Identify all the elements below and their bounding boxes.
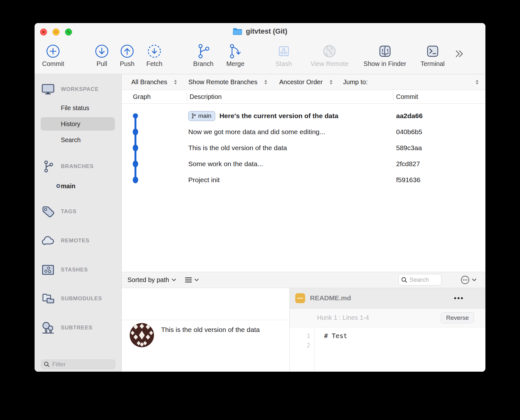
- show-in-finder-button[interactable]: Show in Finder: [363, 44, 406, 68]
- push-button[interactable]: Push: [119, 44, 135, 68]
- file-more-options-icon[interactable]: [454, 297, 463, 299]
- commit-message: Now we got more data and did some editin…: [188, 128, 325, 136]
- stash-button[interactable]: Stash: [275, 44, 292, 68]
- line-number: 2: [290, 342, 314, 349]
- push-icon: [119, 44, 135, 59]
- diff-file-header[interactable]: README.md: [290, 288, 485, 309]
- sidebar-item-file-status[interactable]: File status: [41, 101, 115, 115]
- branch-icon: [193, 44, 213, 59]
- chevron-down-icon[interactable]: [472, 279, 476, 281]
- commit-row[interactable]: Some work on the data... 2fcd827: [122, 156, 485, 172]
- merge-icon: [226, 44, 245, 59]
- branch-icon: [191, 113, 196, 119]
- sidebar-filter-input[interactable]: [41, 359, 115, 369]
- merge-button[interactable]: Merge: [226, 44, 245, 68]
- view-remote-button[interactable]: View Remote: [311, 44, 349, 68]
- file-panel-toolbar: Sorted by path: [122, 272, 485, 288]
- zoom-button[interactable]: [65, 28, 72, 36]
- pull-button[interactable]: Pull: [94, 44, 110, 68]
- branch-bullet-icon: [56, 184, 60, 188]
- sidebar-section-submodules[interactable]: SUBMODULES: [41, 292, 115, 306]
- finder-icon: [363, 44, 406, 59]
- history-filter-bar: All Branches Show Remote Branches Ancest…: [122, 74, 485, 90]
- filter-input[interactable]: [52, 361, 112, 368]
- double-chevron-right-icon: [455, 50, 464, 58]
- titlebar: gitvtest (Git): [35, 23, 485, 40]
- sidebar: WORKSPACE File status History Search BRA…: [35, 74, 122, 372]
- search-icon: [44, 361, 50, 367]
- file-list[interactable]: [122, 288, 289, 320]
- commit-row[interactable]: main Here's the current version of the d…: [122, 108, 485, 124]
- sort-dropdown[interactable]: Sorted by path: [127, 276, 169, 284]
- column-header-graph[interactable]: Graph: [122, 90, 187, 103]
- file-search-box[interactable]: [398, 274, 442, 286]
- commit-row[interactable]: This is the old version of the data 589c…: [122, 140, 485, 156]
- stash-box-icon: [41, 265, 55, 275]
- sidebar-section-branches[interactable]: BRANCHES: [41, 159, 115, 174]
- graph-node: [133, 161, 138, 167]
- column-header-commit[interactable]: Commit: [393, 90, 485, 103]
- commit-row[interactable]: Project init f591636: [122, 172, 485, 188]
- reverse-hunk-button[interactable]: Reverse: [441, 312, 474, 323]
- commit-button[interactable]: Commit: [42, 44, 64, 68]
- graph-node: [133, 177, 138, 183]
- more-options-icon[interactable]: [461, 276, 469, 284]
- monitor-icon: [41, 84, 55, 95]
- fetch-icon: [146, 44, 162, 59]
- sidebar-item-history[interactable]: History: [41, 117, 115, 131]
- commit-detail-message: This is the old version of the data: [161, 323, 267, 372]
- cloud-icon: [41, 236, 55, 246]
- branch-button[interactable]: Branch: [193, 44, 213, 68]
- commit-message: Here's the current version of the data: [219, 112, 338, 120]
- sidebar-section-subtrees[interactable]: SUBTREES: [41, 321, 115, 335]
- sidebar-item-search[interactable]: Search: [41, 133, 115, 147]
- branch-filter-dropdown[interactable]: All Branches: [131, 78, 167, 86]
- commit-row[interactable]: Now we got more data and did some editin…: [122, 124, 485, 140]
- file-search-input[interactable]: [410, 276, 439, 283]
- minimize-button[interactable]: [53, 28, 60, 36]
- modified-file-icon: [295, 293, 305, 303]
- line-number: 1: [290, 332, 314, 339]
- folder-icon: [233, 28, 242, 35]
- commit-hash: 040b6b5: [393, 128, 485, 136]
- view-options-icon[interactable]: [185, 277, 192, 283]
- diff-line[interactable]: 2: [290, 341, 485, 350]
- sidebar-item-branch-main[interactable]: main: [41, 179, 115, 193]
- branch-badge-main[interactable]: main: [188, 111, 215, 121]
- close-button[interactable]: [40, 28, 47, 36]
- avatar: [130, 323, 154, 372]
- diff-line[interactable]: 1 # Test: [290, 331, 485, 341]
- graph-node: [133, 145, 138, 151]
- hunk-header: Hunk 1 : Lines 1-4 Reverse: [290, 309, 485, 327]
- toolbar-overflow-button[interactable]: [455, 50, 464, 59]
- history-table-header: Graph Description Commit: [122, 90, 485, 104]
- hunk-label: Hunk 1 : Lines 1-4: [317, 314, 369, 321]
- commit-message: Some work on the data...: [188, 160, 263, 168]
- graph-node: [133, 129, 138, 135]
- chevron-down-icon[interactable]: [194, 279, 199, 281]
- sidebar-section-stashes[interactable]: STASHES: [41, 263, 115, 277]
- commit-detail: This is the old version of the data: [122, 320, 289, 372]
- sidebar-section-remotes[interactable]: REMOTES: [41, 234, 115, 248]
- diff-pane: README.md Hunk 1 : Lines 1-4 Reverse 1 #…: [290, 288, 485, 372]
- column-header-description[interactable]: Description: [187, 90, 393, 103]
- sidebar-section-tags[interactable]: TAGS: [41, 205, 115, 219]
- window-title: gitvtest (Git): [233, 27, 288, 36]
- commit-hash: 589c3aa: [393, 144, 485, 152]
- stepper-icon[interactable]: [264, 80, 267, 85]
- stepper-icon[interactable]: [174, 80, 177, 85]
- order-dropdown[interactable]: Ancestor Order: [279, 78, 323, 86]
- sidebar-section-workspace[interactable]: WORKSPACE: [41, 82, 115, 96]
- submodules-icon: [41, 293, 55, 304]
- terminal-button[interactable]: Terminal: [420, 44, 445, 68]
- commit-icon: [42, 44, 64, 59]
- stepper-icon[interactable]: [330, 80, 332, 85]
- jump-to-stepper-icon[interactable]: [476, 80, 478, 85]
- branch-icon: [41, 160, 55, 173]
- toolbar: Commit Pull Push Fetch Branch Merge: [35, 40, 485, 74]
- fetch-button[interactable]: Fetch: [146, 44, 162, 68]
- app-window: gitvtest (Git) Commit Pull Push Fetch: [35, 23, 485, 372]
- tag-icon: [41, 206, 55, 218]
- remote-filter-dropdown[interactable]: Show Remote Branches: [188, 78, 257, 86]
- chevron-down-icon[interactable]: [172, 279, 176, 281]
